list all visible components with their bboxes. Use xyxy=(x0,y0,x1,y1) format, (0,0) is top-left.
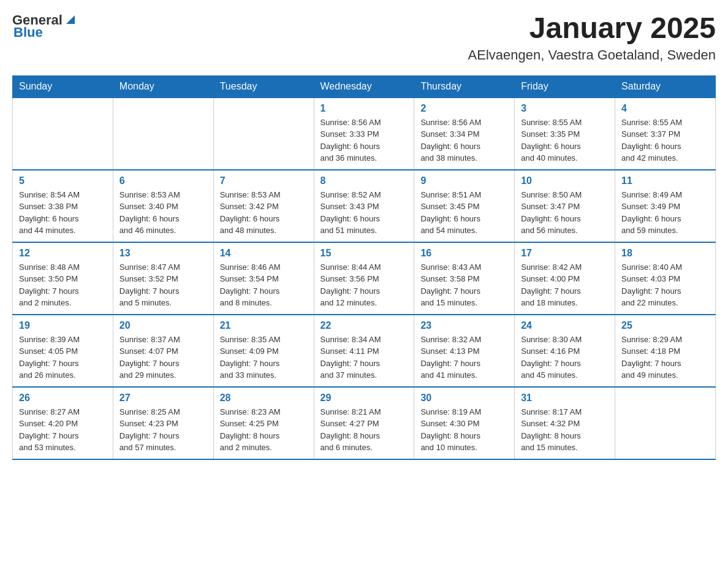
day-number: 3 xyxy=(521,103,609,114)
day-number: 12 xyxy=(19,248,107,259)
day-cell: 17Sunrise: 8:42 AMSunset: 4:00 PMDayligh… xyxy=(515,242,615,315)
day-info: Sunrise: 8:51 AMSunset: 3:45 PMDaylight:… xyxy=(420,189,508,237)
svg-marker-0 xyxy=(66,15,75,24)
day-info: Sunrise: 8:17 AMSunset: 4:32 PMDaylight:… xyxy=(521,406,609,454)
day-number: 9 xyxy=(420,175,508,186)
day-number: 4 xyxy=(621,103,709,114)
location-title: AElvaengen, Vaestra Goetaland, Sweden xyxy=(468,47,716,63)
day-cell: 29Sunrise: 8:21 AMSunset: 4:27 PMDayligh… xyxy=(314,387,414,459)
day-number: 13 xyxy=(119,248,207,259)
day-info: Sunrise: 8:27 AMSunset: 4:20 PMDaylight:… xyxy=(19,406,107,454)
day-number: 6 xyxy=(119,175,207,186)
day-info: Sunrise: 8:53 AMSunset: 3:40 PMDaylight:… xyxy=(119,189,207,237)
day-cell: 1Sunrise: 8:56 AMSunset: 3:33 PMDaylight… xyxy=(314,98,414,170)
day-number: 10 xyxy=(521,175,609,186)
day-info: Sunrise: 8:21 AMSunset: 4:27 PMDaylight:… xyxy=(320,406,408,454)
day-info: Sunrise: 8:37 AMSunset: 4:07 PMDaylight:… xyxy=(119,334,207,381)
day-info: Sunrise: 8:30 AMSunset: 4:16 PMDaylight:… xyxy=(521,334,609,381)
weekday-header-friday: Friday xyxy=(515,75,615,98)
day-info: Sunrise: 8:25 AMSunset: 4:23 PMDaylight:… xyxy=(119,406,207,454)
day-cell: 31Sunrise: 8:17 AMSunset: 4:32 PMDayligh… xyxy=(515,387,615,459)
day-number: 17 xyxy=(521,248,609,259)
day-number: 1 xyxy=(320,103,408,114)
day-cell xyxy=(615,387,716,459)
day-info: Sunrise: 8:53 AMSunset: 3:42 PMDaylight:… xyxy=(220,189,308,237)
day-info: Sunrise: 8:44 AMSunset: 3:56 PMDaylight:… xyxy=(320,261,408,309)
day-cell: 10Sunrise: 8:50 AMSunset: 3:47 PMDayligh… xyxy=(515,170,615,242)
day-number: 21 xyxy=(220,320,308,331)
day-info: Sunrise: 8:19 AMSunset: 4:30 PMDaylight:… xyxy=(420,406,508,454)
day-cell: 16Sunrise: 8:43 AMSunset: 3:58 PMDayligh… xyxy=(414,242,515,315)
day-info: Sunrise: 8:46 AMSunset: 3:54 PMDaylight:… xyxy=(220,261,308,309)
day-cell: 19Sunrise: 8:39 AMSunset: 4:05 PMDayligh… xyxy=(13,315,113,387)
day-cell: 23Sunrise: 8:32 AMSunset: 4:13 PMDayligh… xyxy=(414,315,515,387)
day-cell: 5Sunrise: 8:54 AMSunset: 3:38 PMDaylight… xyxy=(13,170,113,242)
day-info: Sunrise: 8:23 AMSunset: 4:25 PMDaylight:… xyxy=(220,406,308,454)
day-cell: 25Sunrise: 8:29 AMSunset: 4:18 PMDayligh… xyxy=(615,315,716,387)
day-cell: 27Sunrise: 8:25 AMSunset: 4:23 PMDayligh… xyxy=(113,387,213,459)
week-row-5: 26Sunrise: 8:27 AMSunset: 4:20 PMDayligh… xyxy=(13,387,716,459)
day-cell: 2Sunrise: 8:56 AMSunset: 3:34 PMDaylight… xyxy=(414,98,515,170)
day-number: 20 xyxy=(119,320,207,331)
day-cell: 9Sunrise: 8:51 AMSunset: 3:45 PMDaylight… xyxy=(414,170,515,242)
day-number: 18 xyxy=(621,248,709,259)
day-cell: 28Sunrise: 8:23 AMSunset: 4:25 PMDayligh… xyxy=(213,387,314,459)
day-number: 7 xyxy=(220,175,308,186)
day-info: Sunrise: 8:48 AMSunset: 3:50 PMDaylight:… xyxy=(19,261,107,309)
day-number: 29 xyxy=(320,393,408,404)
week-row-1: 1Sunrise: 8:56 AMSunset: 3:33 PMDaylight… xyxy=(13,98,716,170)
title-area: January 2025 AElvaengen, Vaestra Goetala… xyxy=(468,12,716,63)
day-number: 31 xyxy=(521,393,609,404)
day-info: Sunrise: 8:32 AMSunset: 4:13 PMDaylight:… xyxy=(420,334,508,381)
day-number: 26 xyxy=(19,393,107,404)
day-cell: 7Sunrise: 8:53 AMSunset: 3:42 PMDaylight… xyxy=(213,170,314,242)
day-cell xyxy=(113,98,213,170)
day-number: 2 xyxy=(420,103,508,114)
day-info: Sunrise: 8:29 AMSunset: 4:18 PMDaylight:… xyxy=(621,334,709,381)
day-cell: 18Sunrise: 8:40 AMSunset: 4:03 PMDayligh… xyxy=(615,242,716,315)
day-cell: 21Sunrise: 8:35 AMSunset: 4:09 PMDayligh… xyxy=(213,315,314,387)
day-cell: 26Sunrise: 8:27 AMSunset: 4:20 PMDayligh… xyxy=(13,387,113,459)
day-info: Sunrise: 8:50 AMSunset: 3:47 PMDaylight:… xyxy=(521,189,609,237)
logo-triangle-icon xyxy=(64,13,77,26)
week-row-2: 5Sunrise: 8:54 AMSunset: 3:38 PMDaylight… xyxy=(13,170,716,242)
weekday-header-sunday: Sunday xyxy=(13,75,113,98)
day-number: 27 xyxy=(119,393,207,404)
day-cell: 6Sunrise: 8:53 AMSunset: 3:40 PMDaylight… xyxy=(113,170,213,242)
day-cell: 14Sunrise: 8:46 AMSunset: 3:54 PMDayligh… xyxy=(213,242,314,315)
day-info: Sunrise: 8:54 AMSunset: 3:38 PMDaylight:… xyxy=(19,189,107,237)
day-number: 23 xyxy=(420,320,508,331)
month-title: January 2025 xyxy=(468,12,716,45)
day-cell: 13Sunrise: 8:47 AMSunset: 3:52 PMDayligh… xyxy=(113,242,213,315)
day-cell: 12Sunrise: 8:48 AMSunset: 3:50 PMDayligh… xyxy=(13,242,113,315)
day-number: 5 xyxy=(19,175,107,186)
day-info: Sunrise: 8:42 AMSunset: 4:00 PMDaylight:… xyxy=(521,261,609,309)
day-number: 15 xyxy=(320,248,408,259)
day-number: 8 xyxy=(320,175,408,186)
day-number: 22 xyxy=(320,320,408,331)
day-number: 16 xyxy=(420,248,508,259)
day-info: Sunrise: 8:47 AMSunset: 3:52 PMDaylight:… xyxy=(119,261,207,309)
weekday-header-monday: Monday xyxy=(113,75,213,98)
day-info: Sunrise: 8:34 AMSunset: 4:11 PMDaylight:… xyxy=(320,334,408,381)
day-cell: 3Sunrise: 8:55 AMSunset: 3:35 PMDaylight… xyxy=(515,98,615,170)
day-cell xyxy=(13,98,113,170)
week-row-4: 19Sunrise: 8:39 AMSunset: 4:05 PMDayligh… xyxy=(13,315,716,387)
day-info: Sunrise: 8:56 AMSunset: 3:33 PMDaylight:… xyxy=(320,117,408,164)
day-cell: 15Sunrise: 8:44 AMSunset: 3:56 PMDayligh… xyxy=(314,242,414,315)
day-cell xyxy=(213,98,314,170)
weekday-header-row: SundayMondayTuesdayWednesdayThursdayFrid… xyxy=(13,75,716,98)
day-info: Sunrise: 8:35 AMSunset: 4:09 PMDaylight:… xyxy=(220,334,308,381)
day-cell: 8Sunrise: 8:52 AMSunset: 3:43 PMDaylight… xyxy=(314,170,414,242)
page-header: General Blue January 2025 AElvaengen, Va… xyxy=(12,12,716,63)
day-number: 19 xyxy=(19,320,107,331)
day-number: 30 xyxy=(420,393,508,404)
day-info: Sunrise: 8:49 AMSunset: 3:49 PMDaylight:… xyxy=(621,189,709,237)
logo: General Blue xyxy=(12,12,77,40)
day-number: 11 xyxy=(621,175,709,186)
weekday-header-saturday: Saturday xyxy=(615,75,716,98)
day-cell: 20Sunrise: 8:37 AMSunset: 4:07 PMDayligh… xyxy=(113,315,213,387)
day-number: 14 xyxy=(220,248,308,259)
day-cell: 11Sunrise: 8:49 AMSunset: 3:49 PMDayligh… xyxy=(615,170,716,242)
day-info: Sunrise: 8:56 AMSunset: 3:34 PMDaylight:… xyxy=(420,117,508,164)
